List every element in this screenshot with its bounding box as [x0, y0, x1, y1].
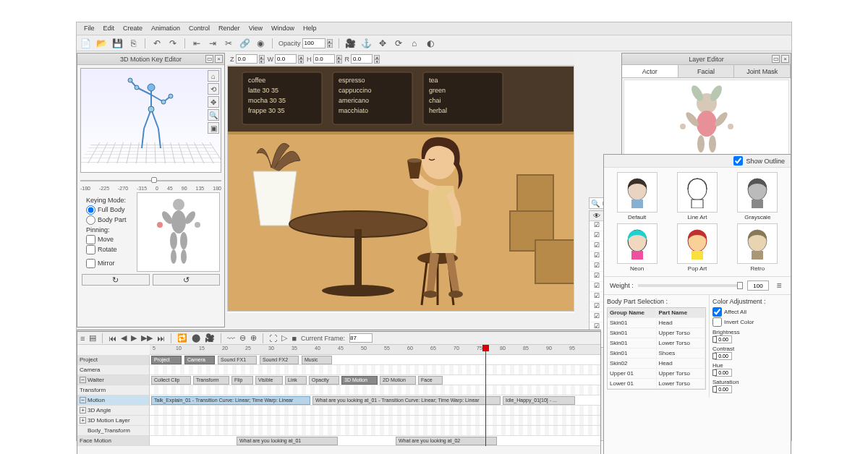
row-transform[interactable]: Transform	[80, 387, 106, 393]
open-icon[interactable]: 📂	[95, 38, 107, 49]
style-default[interactable]	[617, 172, 658, 213]
view-rotate-icon[interactable]: ⟲	[208, 83, 219, 95]
prev-key-icon[interactable]: ⇤	[191, 38, 203, 49]
next-key-icon[interactable]: ⇥	[207, 38, 218, 49]
row-3d-angle[interactable]: 3D Angle	[88, 407, 111, 414]
tl-next-icon[interactable]: ▶▶	[141, 333, 153, 343]
tl-rec-icon[interactable]: ⬤	[192, 333, 200, 343]
expand-mlayer-icon[interactable]: +	[80, 417, 86, 424]
row-walter[interactable]: Walter	[88, 377, 104, 383]
keying-full-radio[interactable]: Full Body	[86, 205, 129, 215]
row-camera[interactable]: Camera	[80, 367, 100, 373]
tl-zoomin-icon[interactable]: ⊕	[250, 333, 257, 343]
pin-move-check[interactable]: Move	[86, 235, 129, 244]
panel-min-icon[interactable]: ▭	[205, 55, 213, 63]
skeleton-3d[interactable]	[126, 82, 176, 155]
pin-rotate-check[interactable]: Rotate	[86, 245, 129, 254]
invert-color-check[interactable]: Invert Color	[712, 317, 788, 327]
tab-actor[interactable]: Actor	[622, 65, 678, 77]
style-neon[interactable]	[617, 223, 658, 264]
menu-view[interactable]: View	[244, 22, 267, 35]
angle-slider[interactable]	[80, 176, 221, 186]
timeline-ruler[interactable]: 5101520253035404550556065707580859095	[150, 345, 600, 355]
layer-close-icon[interactable]: ×	[781, 55, 789, 63]
cut-icon[interactable]: ✂	[223, 38, 234, 49]
weight-menu-icon[interactable]: ≡	[773, 280, 785, 291]
view-home-icon[interactable]: ⌂	[208, 70, 219, 82]
home-icon[interactable]: ⌂	[409, 38, 420, 49]
puppet-selector[interactable]	[137, 192, 220, 272]
body-part-table[interactable]: Group NamePart Name Skin01Head Skin01Upp…	[607, 307, 706, 390]
playhead[interactable]	[485, 345, 486, 446]
actor-preview[interactable]	[624, 80, 789, 166]
expand-walter-icon[interactable]: −	[80, 377, 86, 383]
layer-min-icon[interactable]: ▭	[772, 55, 780, 63]
row-body-transform[interactable]: Body_Transform	[88, 427, 130, 434]
tl-fit-icon[interactable]: ⛶	[269, 334, 277, 343]
new-icon[interactable]: 📄	[80, 38, 91, 49]
hue-input[interactable]	[715, 369, 732, 377]
panel-close-icon[interactable]: ×	[215, 55, 223, 63]
export-icon[interactable]: ⎘	[127, 38, 139, 49]
view-pan-icon[interactable]: ✥	[208, 96, 219, 108]
tab-jointmask[interactable]: Joint Mask	[734, 65, 791, 77]
row-face-motion[interactable]: Face Motion	[80, 437, 111, 444]
tl-prev-icon[interactable]: ◀	[121, 333, 127, 343]
tl-last-icon[interactable]: ⏭	[157, 334, 165, 343]
tl-filter-icon[interactable]: ▤	[89, 333, 96, 343]
view-3d[interactable]: ⌂ ⟲ ✥ 🔍 ▣	[80, 68, 221, 173]
brightness-input[interactable]	[715, 335, 732, 343]
menu-edit[interactable]: Edit	[99, 22, 119, 35]
menu-render[interactable]: Render	[214, 22, 244, 35]
flip-icon[interactable]: ◐	[425, 38, 436, 49]
saturation-input[interactable]	[715, 385, 732, 393]
r-input[interactable]	[351, 54, 373, 64]
save-icon[interactable]: 💾	[111, 38, 123, 49]
contrast-input[interactable]	[715, 352, 732, 360]
undo-icon[interactable]: ↶	[151, 38, 163, 49]
tl-zoomout-icon[interactable]: ⊖	[239, 333, 246, 343]
h-input[interactable]	[313, 54, 335, 64]
view-zoom-icon[interactable]: 🔍	[208, 109, 219, 121]
tl-play2-icon[interactable]: ▷	[281, 333, 287, 343]
style-retro[interactable]	[737, 223, 778, 264]
row-3d-motion-layer[interactable]: 3D Motion Layer	[88, 417, 130, 424]
eye-icon[interactable]: ◉	[255, 38, 266, 49]
weight-input[interactable]	[747, 280, 769, 291]
menu-animation[interactable]: Animation	[147, 22, 184, 35]
menu-window[interactable]: Window	[267, 22, 299, 35]
move-icon[interactable]: ✥	[377, 38, 388, 49]
tab-facial[interactable]: Facial	[678, 65, 735, 77]
tl-play-icon[interactable]: ▶	[131, 333, 137, 343]
menu-create[interactable]: Create	[119, 22, 147, 35]
expand-angle-icon[interactable]: +	[80, 407, 86, 414]
rotate-icon[interactable]: ⟳	[393, 38, 404, 49]
w-input[interactable]	[275, 54, 297, 64]
tl-loop-icon[interactable]: 🔁	[177, 333, 187, 343]
camera-icon[interactable]: 🎥	[345, 38, 357, 49]
tl-cam-icon[interactable]: 🎥	[205, 333, 215, 343]
tl-stop-icon[interactable]: ■	[292, 334, 297, 343]
cycle-prev-icon[interactable]: ↻	[82, 274, 150, 286]
link-icon[interactable]: 🔗	[239, 38, 250, 49]
tl-curve-icon[interactable]: 〰	[227, 334, 235, 343]
opacity-input[interactable]	[302, 38, 326, 48]
row-project[interactable]: Project	[80, 356, 98, 363]
redo-icon[interactable]: ↷	[167, 38, 179, 49]
menu-help[interactable]: Help	[299, 22, 321, 35]
style-lineart[interactable]	[677, 172, 718, 213]
tl-list-icon[interactable]: ≡	[80, 334, 85, 343]
menu-control[interactable]: Control	[184, 22, 214, 35]
tl-first-icon[interactable]: ⏮	[109, 334, 116, 343]
mirror-check[interactable]: Mirror	[86, 259, 129, 268]
style-grayscale[interactable]	[737, 172, 778, 213]
cycle-next-icon[interactable]: ↺	[153, 274, 221, 286]
current-frame-input[interactable]	[349, 333, 373, 343]
z-input[interactable]	[236, 54, 258, 64]
style-popart[interactable]	[677, 223, 718, 264]
weight-slider[interactable]	[638, 284, 743, 287]
menu-file[interactable]: File	[80, 22, 99, 35]
scene-canvas[interactable]: coffeelatte 30 35mocha 30 35frappe 30 35…	[227, 66, 574, 312]
expand-motion-icon[interactable]: −	[80, 397, 86, 403]
affect-all-check[interactable]: Affect All	[712, 307, 788, 317]
